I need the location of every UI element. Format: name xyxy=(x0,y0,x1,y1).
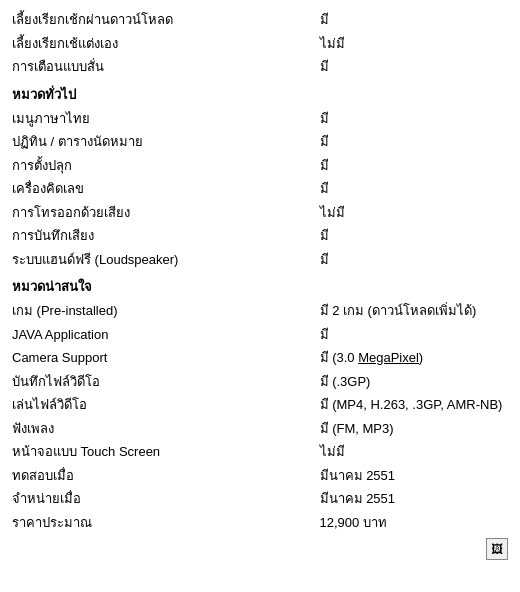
table-row: เลี้ยงเรียกเช้แต่งเองไม่มี xyxy=(12,32,508,56)
row-value-9: มี xyxy=(320,226,508,246)
row-label-4: เมนูภาษาไทย xyxy=(12,109,310,129)
table-row: ฟังเพลงมี (FM, MP3) xyxy=(12,417,508,441)
row-label-2: การเตือนแบบสั่น xyxy=(12,57,310,77)
row-value-13: มี xyxy=(320,325,508,345)
bottom-icon: 🖼 xyxy=(486,538,508,560)
row-label-8: การโทรออกด้วยเสียง xyxy=(12,203,310,223)
image-icon: 🖼 xyxy=(491,542,503,556)
table-row: เมนูภาษาไทยมี xyxy=(12,107,508,131)
row-label-5: ปฏิทิน / ตารางนัดหมาย xyxy=(12,132,310,152)
row-value-4: มี xyxy=(320,109,508,129)
row-label-18: หน้าจอแบบ Touch Screen xyxy=(12,442,310,462)
row-label-15: บันทึกไฟล์วิดีโอ xyxy=(12,372,310,392)
table-row: เล่นไฟล์วิดีโอมี (MP4, H.263, .3GP, AMR-… xyxy=(12,393,508,417)
table-row: การโทรออกด้วยเสียงไม่มี xyxy=(12,201,508,225)
row-label-10: ระบบแฮนด์ฟรี (Loudspeaker) xyxy=(12,250,310,270)
row-value-20: มีนาคม 2551 xyxy=(320,489,508,509)
row-value-17: มี (FM, MP3) xyxy=(320,419,508,439)
row-value-15: มี (.3GP) xyxy=(320,372,508,392)
row-label-16: เล่นไฟล์วิดีโอ xyxy=(12,395,310,415)
row-label-13: JAVA Application xyxy=(12,325,310,345)
row-value-1: ไม่มี xyxy=(320,34,508,54)
table-row: ทดสอบเมื่อมีนาคม 2551 xyxy=(12,464,508,488)
row-label-21: ราคาประมาณ xyxy=(12,513,310,533)
table-row: จำหน่ายเมื่อมีนาคม 2551 xyxy=(12,487,508,511)
row-label-17: ฟังเพลง xyxy=(12,419,310,439)
row-value-6: มี xyxy=(320,156,508,176)
row-label-1: เลี้ยงเรียกเช้แต่งเอง xyxy=(12,34,310,54)
table-row: บันทึกไฟล์วิดีโอมี (.3GP) xyxy=(12,370,508,394)
row-value-2: มี xyxy=(320,57,508,77)
section-header-11: หมวดน่าสนใจ xyxy=(12,271,508,299)
row-label-9: การบันทึกเสียง xyxy=(12,226,310,246)
row-value-12: มี 2 เกม (ดาวน์โหลดเพิ่มได้) xyxy=(320,301,508,321)
table-row: เกม (Pre-installed)มี 2 เกม (ดาวน์โหลดเพ… xyxy=(12,299,508,323)
table-row: ปฏิทิน / ตารางนัดหมายมี xyxy=(12,130,508,154)
table-row: JAVA Applicationมี xyxy=(12,323,508,347)
row-value-14: มี (3.0 MegaPixel) xyxy=(320,348,508,368)
row-label-14: Camera Support xyxy=(12,348,310,368)
row-value-7: มี xyxy=(320,179,508,199)
table-row: เลี้ยงเรียกเช้กผ่านดาวน์โหลดมี xyxy=(12,8,508,32)
row-value-8: ไม่มี xyxy=(320,203,508,223)
row-value-21: 12,900 บาท xyxy=(320,513,508,533)
table-row: การเตือนแบบสั่นมี xyxy=(12,55,508,79)
row-label-7: เครื่องคิดเลข xyxy=(12,179,310,199)
table-row: การตั้งปลุกมี xyxy=(12,154,508,178)
table-row: Camera Supportมี (3.0 MegaPixel) xyxy=(12,346,508,370)
table-row: ระบบแฮนด์ฟรี (Loudspeaker)มี xyxy=(12,248,508,272)
row-value-0: มี xyxy=(320,10,508,30)
row-label-12: เกม (Pre-installed) xyxy=(12,301,310,321)
section-header-3: หมวดทั่วไป xyxy=(12,79,508,107)
row-label-0: เลี้ยงเรียกเช้กผ่านดาวน์โหลด xyxy=(12,10,310,30)
table-row: ราคาประมาณ12,900 บาท xyxy=(12,511,508,535)
row-label-19: ทดสอบเมื่อ xyxy=(12,466,310,486)
row-value-16: มี (MP4, H.263, .3GP, AMR-NB) xyxy=(320,395,508,415)
row-label-20: จำหน่ายเมื่อ xyxy=(12,489,310,509)
row-value-5: มี xyxy=(320,132,508,152)
row-label-6: การตั้งปลุก xyxy=(12,156,310,176)
table-row: การบันทึกเสียงมี xyxy=(12,224,508,248)
row-value-10: มี xyxy=(320,250,508,270)
row-value-19: มีนาคม 2551 xyxy=(320,466,508,486)
table-row: หน้าจอแบบ Touch Screenไม่มี xyxy=(12,440,508,464)
row-value-18: ไม่มี xyxy=(320,442,508,462)
table-row: เครื่องคิดเลขมี xyxy=(12,177,508,201)
